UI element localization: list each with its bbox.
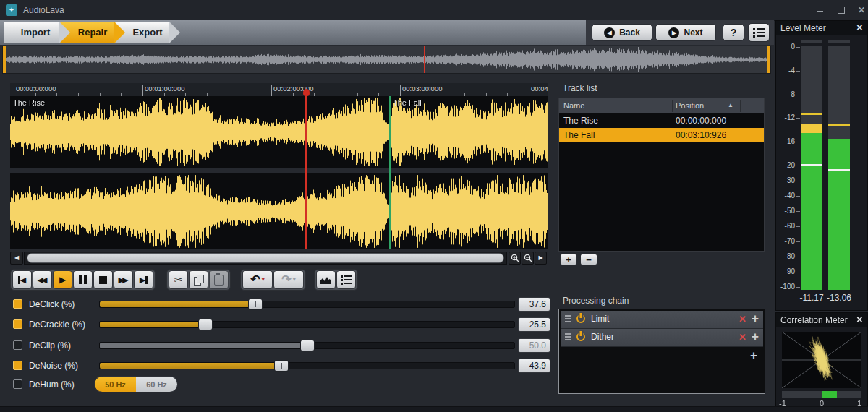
declip-slider-fill xyxy=(100,343,308,348)
title-bar: ✦ AudioLava ✕ xyxy=(0,0,868,21)
undo-button[interactable]: ↶▾ xyxy=(242,270,273,289)
overview-waveform-strip[interactable] xyxy=(2,46,771,74)
level-scale-label: -70 xyxy=(776,237,795,245)
power-icon[interactable] xyxy=(576,332,585,341)
cut-button[interactable]: ✂ xyxy=(169,270,188,289)
minimize-button[interactable] xyxy=(812,4,827,16)
track-row-the-fall[interactable]: The Fall 00:03:10:926 xyxy=(559,128,764,142)
fast-forward-button[interactable]: ▶▶ xyxy=(114,270,133,289)
scroll-left-icon: ◀ xyxy=(14,255,19,261)
declip-checkbox[interactable] xyxy=(13,340,22,350)
track-list-table: Name Position ▲ The Rise 00:00:00:000 Th… xyxy=(558,98,765,252)
level-scale-label: -8 xyxy=(776,90,795,98)
scrollbar-thumb[interactable] xyxy=(27,253,504,263)
decrackle-slider-track[interactable] xyxy=(99,321,515,328)
pause-button[interactable] xyxy=(73,270,93,289)
overview-start-marker[interactable] xyxy=(3,46,6,73)
declick-value[interactable]: 37.6 xyxy=(518,297,550,312)
dehum-60hz-button[interactable]: 60 Hz xyxy=(136,376,178,392)
help-icon: ? xyxy=(731,27,737,38)
denoise-slider-track[interactable] xyxy=(99,362,515,369)
waveform-channel-right[interactable] xyxy=(10,173,548,249)
column-position[interactable]: Position xyxy=(676,101,704,110)
column-separator xyxy=(672,100,673,112)
rewind-icon: ◀◀ xyxy=(38,275,46,285)
waveform-channel-left[interactable] xyxy=(10,96,548,168)
remove-track-button[interactable]: − xyxy=(580,254,597,265)
drag-handle-icon[interactable] xyxy=(565,333,571,340)
next-arrow-icon: ▶ xyxy=(668,27,679,38)
drag-handle-icon[interactable] xyxy=(565,315,571,322)
close-button[interactable]: ✕ xyxy=(854,4,868,16)
add-track-button[interactable]: + xyxy=(560,254,577,265)
scroll-right-button[interactable]: ▶ xyxy=(535,252,547,265)
column-name[interactable]: Name xyxy=(563,101,584,110)
tab-import[interactable]: Import xyxy=(4,22,59,43)
playhead-marker[interactable] xyxy=(303,89,310,96)
copy-button[interactable] xyxy=(189,270,208,289)
zoom-out-button[interactable] xyxy=(522,252,534,265)
remove-effect-icon[interactable]: ✕ xyxy=(739,332,746,343)
decrackle-checkbox[interactable] xyxy=(13,319,22,329)
help-button[interactable]: ? xyxy=(723,24,744,41)
menu-button[interactable] xyxy=(748,23,770,42)
timeline-ruler[interactable]: 00:00:00:00000:01:00:00000:02:00:00000:0… xyxy=(10,83,548,96)
overview-end-marker[interactable] xyxy=(767,46,770,73)
declick-checkbox[interactable] xyxy=(13,299,22,309)
dehum-50hz-button[interactable]: 50 Hz xyxy=(94,376,137,392)
minimize-icon xyxy=(817,11,823,12)
maximize-button[interactable] xyxy=(833,4,849,16)
scroll-left-button[interactable]: ◀ xyxy=(10,252,23,265)
dehum-checkbox[interactable] xyxy=(13,379,22,389)
redo-dropdown-icon: ▾ xyxy=(293,277,296,283)
statistics-button[interactable] xyxy=(316,270,336,289)
declip-slider-handle[interactable] xyxy=(300,340,315,351)
remove-effect-icon[interactable]: ✕ xyxy=(739,314,746,325)
track-list-header[interactable]: Name Position ▲ xyxy=(559,98,764,113)
denoise-label: DeNoise (%) xyxy=(29,361,78,371)
paste-button[interactable] xyxy=(209,270,229,289)
log-list-button[interactable] xyxy=(336,270,356,289)
declick-label: DeClick (%) xyxy=(29,299,75,309)
chain-item-limit[interactable]: Limit ✕ + xyxy=(561,311,763,329)
waveform-editor: 00:00:00:00000:01:00:00000:02:00:00000:0… xyxy=(10,83,548,249)
denoise-checkbox[interactable] xyxy=(13,361,22,370)
declick-slider-fill xyxy=(100,301,256,307)
waveform-scrollbar[interactable] xyxy=(24,252,507,265)
chain-item-dither[interactable]: Dither ✕ + xyxy=(561,329,763,347)
add-effect-icon[interactable]: + xyxy=(752,330,759,344)
add-effect-icon[interactable]: + xyxy=(752,312,759,326)
history-controls: ↶▾ ↷▾ xyxy=(240,269,306,291)
level-meter-header: Level Meter ✕ xyxy=(776,21,867,35)
declick-slider-track[interactable] xyxy=(99,301,515,308)
rewind-button[interactable]: ◀◀ xyxy=(33,270,52,289)
level-scale-label: -90 xyxy=(776,267,795,275)
level-meter-title: Level Meter xyxy=(780,23,826,33)
decrackle-slider-handle[interactable] xyxy=(198,319,213,330)
skip-end-arrow: ▶ xyxy=(140,275,145,285)
declip-value[interactable]: 50.0 xyxy=(518,338,550,353)
paste-icon xyxy=(214,275,224,286)
decrackle-value[interactable]: 25.5 xyxy=(518,317,550,332)
denoise-slider-handle[interactable] xyxy=(274,360,289,372)
edit-controls: ✂ xyxy=(166,269,231,291)
zoom-in-button[interactable] xyxy=(509,252,521,265)
redo-icon: ↷ xyxy=(281,274,291,286)
denoise-value[interactable]: 43.9 xyxy=(518,359,550,373)
track-row-the-rise[interactable]: The Rise 00:00:00:000 xyxy=(559,113,764,128)
pause-icon xyxy=(79,275,87,284)
playhead-line xyxy=(305,96,307,249)
skip-end-button[interactable]: ▶ xyxy=(134,270,153,289)
append-effect-button[interactable]: + xyxy=(750,348,757,363)
power-icon[interactable] xyxy=(576,314,585,323)
level-scale-label: -100 xyxy=(776,283,795,291)
correlation-meter-close-icon[interactable]: ✕ xyxy=(856,315,863,325)
declick-slider-handle[interactable] xyxy=(248,299,263,310)
play-button[interactable]: ▶ xyxy=(53,270,72,289)
redo-button[interactable]: ↷▾ xyxy=(273,270,304,289)
stop-button[interactable] xyxy=(93,270,113,289)
back-button[interactable]: ◀ Back xyxy=(592,24,652,41)
level-meter-close-icon[interactable]: ✕ xyxy=(856,23,863,33)
skip-start-button[interactable]: ◀ xyxy=(12,270,32,289)
next-button[interactable]: ▶ Next xyxy=(655,24,716,41)
